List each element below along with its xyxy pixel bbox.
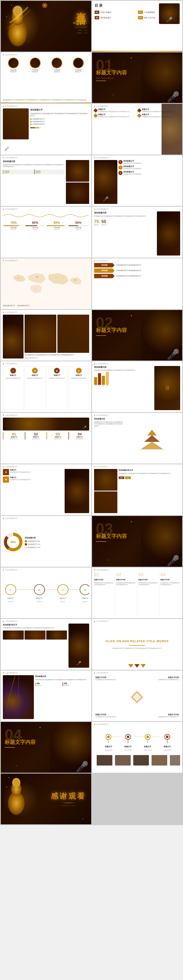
svg-rect-60 xyxy=(133,755,149,765)
mic-icon xyxy=(2,2,41,50)
svg-text:内容文字: 内容文字 xyxy=(60,601,66,602)
slide-16-header: 点击添加标题文字 xyxy=(96,363,109,364)
slide-18: 点击添加标题文字 添加标题内容 添加标题内容文字添加标题内容文字添加标题内容文字… xyxy=(92,413,183,464)
svg-text:内容文字: 内容文字 xyxy=(82,601,88,602)
svg-text:标题文字: 标题文字 xyxy=(163,746,170,748)
slide-9-header: 点击添加标题文字 xyxy=(5,208,18,210)
svg-text:60%: 60% xyxy=(11,541,16,544)
section-title-01: 标题文字内容 xyxy=(96,69,127,76)
svg-rect-61 xyxy=(151,755,167,765)
svg-text:内容文字内容: 内容文字内容 xyxy=(144,749,151,751)
slide-12-header: 点击添加标题文字 xyxy=(96,260,109,261)
slide-17: 点击添加标题文字 🎤 01 标题文字 添加内容文字 02 标题文字 添加内容文字 xyxy=(1,413,91,464)
slide-13: 点击添加标题文字 添加标题内容文字添加标题内容文字添加标题内容文字添加标题内容文… xyxy=(1,310,91,361)
svg-point-65 xyxy=(12,778,21,787)
svg-text:标题文字: 标题文字 xyxy=(104,746,112,748)
slide-2: 目录 01 年度工作概述 02 工作成绩情况 03 成功项目展示 04 明年工作… xyxy=(92,1,183,52)
slide-11-header: 点击添加标题文字 xyxy=(5,260,18,261)
slide-23-header: 点击添加标题文字 xyxy=(5,569,18,571)
slide-7: 点击添加标题文字 添加标题内容 添加标题内容文字添加标题内容文字添加标题内容文字… xyxy=(1,155,91,206)
slide-subtitle: 网络直播主持人 年度工作总结报告 汇报人：XXX 汇报部门：XXX xyxy=(73,21,87,35)
svg-text:02: 02 xyxy=(38,589,40,591)
svg-text:标题文字: 标题文字 xyxy=(124,746,132,748)
slide-5: 点击添加标题文字 🎤 添加标题文字 添加标题内容文字添加标题内容文字添加标题内容… xyxy=(1,104,91,154)
svg-rect-62 xyxy=(170,755,180,765)
slide-29: 🎤 04 标题文字内容 xyxy=(1,722,91,773)
click-title-text: CLICK ON ADD RELATED TITLE WORDS xyxy=(96,639,178,644)
svg-rect-58 xyxy=(97,755,112,765)
slide-1: 直播 网络直播主持人 年度工作总结报告 汇报人：XXX 汇报部门：XXX ★ xyxy=(1,1,91,52)
slide-16: 点击添加标题文字 添加标题内容 添加标题内容文字添加标题内容文字添加标题内容文字… xyxy=(92,361,183,412)
svg-point-42 xyxy=(146,736,149,738)
slide-3-header: 点击添加标题文字 xyxy=(5,54,18,56)
thanks-text: 感谢观看 xyxy=(51,791,86,801)
slide-17-header: 点击添加标题文字 xyxy=(5,415,18,416)
slide-8: 点击添加标题文字 🎤 1 添加标题文字 添加标题内容文字添加标题内容 2 xyxy=(92,155,183,206)
svg-text:03: 03 xyxy=(62,589,64,591)
svg-point-39 xyxy=(127,736,129,738)
slide-30-header: 点击添加标题文字 xyxy=(96,724,109,725)
svg-text:内容文字内容: 内容文字内容 xyxy=(163,749,171,751)
svg-point-9 xyxy=(55,277,57,278)
svg-point-7 xyxy=(17,277,19,279)
slide-20: 点击添加标题文字 添加标题内容文字 添加标题内容文字添加标题内容文字添加标题内容… xyxy=(92,464,183,515)
slide-10: 点击添加标题文字 添加标题内容 添加标题内容文字添加标题内容文字添加标题内容文字… xyxy=(92,207,183,258)
svg-text:内容文字: 内容文字 xyxy=(37,601,42,602)
slide-24: 点击添加标题文字 01 标题文字内容 添加标题内容文字添加标题内容文字添加标题内… xyxy=(92,568,183,619)
svg-text:内容文字内容: 内容文字内容 xyxy=(124,749,132,751)
svg-point-11 xyxy=(35,288,37,290)
svg-text:标题文字: 标题文字 xyxy=(36,597,42,599)
slide-31: 感谢观看 THANK YOU xyxy=(1,773,91,824)
slide-12: 点击添加标题文字 添加标题 添加标题内容文字添加标题内容文字 添加标题 添加标题… xyxy=(92,258,183,309)
svg-text:标题文字: 标题文字 xyxy=(59,597,66,599)
section-title-02: 标题文字内容 xyxy=(96,327,127,334)
toc-item-1: 01 年度工作概述 xyxy=(95,11,136,14)
svg-text:01: 01 xyxy=(10,589,12,591)
slide-28: 点击添加标题文字 标题文字内容 添加标题内容文字添加标题内容文字 标题文字内容 … xyxy=(92,671,183,721)
slide-19-header: 点击添加标题文字 xyxy=(5,466,18,468)
svg-text:内容文字内容: 内容文字内容 xyxy=(104,749,112,751)
svg-text:标题文字: 标题文字 xyxy=(144,746,151,748)
svg-point-2 xyxy=(13,6,22,16)
slide-26-header: 点击添加标题文字 xyxy=(96,620,109,622)
slide-18-header: 点击添加标题文字 xyxy=(96,415,109,416)
thanks-mic-icon xyxy=(2,775,36,822)
section-title-04: 标题文字内容 xyxy=(5,739,36,746)
slide-8-header: 点击添加标题文字 xyxy=(96,157,109,159)
slide-21: 点击添加标题文字 60% 添加标题内容 添加标题文字 60% xyxy=(1,516,91,567)
slide-24-header: 点击添加标题文字 xyxy=(96,569,109,571)
slide-15-header: 点击添加标题文字 xyxy=(5,363,18,364)
logo: ★ xyxy=(42,3,47,8)
slide-30: 点击添加标题文字 xyxy=(92,722,183,773)
slide-title-cn: 直播 xyxy=(74,5,87,10)
section-title-03: 标题文字内容 xyxy=(96,533,127,540)
slide-22: 🎤 03 标题文字内容 xyxy=(92,516,183,567)
slide-27-header: 点击添加标题文字 xyxy=(5,672,18,674)
slide-11: 点击添加标题文字 添加标题内容文字 添加标题内容文字 xyxy=(1,258,91,309)
svg-text:标题文字: 标题文字 xyxy=(82,597,88,599)
slide-20-header: 点击添加标题文字 xyxy=(96,466,109,468)
svg-point-10 xyxy=(74,279,76,281)
slide-15: 点击添加标题文字 ♪ 标题文字 添加内容文字添加内容文字 ★ 标题文字 添加内容… xyxy=(1,361,91,412)
svg-text:内容文字: 内容文字 xyxy=(8,601,13,602)
svg-point-36 xyxy=(107,736,109,738)
slide-25-header: 点击添加标题文字 xyxy=(5,620,18,622)
slide-7-header: 点击添加标题文字 xyxy=(5,157,18,159)
slide-4: 🎤 01 标题文字内容 Make Things Different xyxy=(92,52,183,103)
slide-9: 点击添加标题文字 75% 添加标题 内容文字 60% xyxy=(1,207,91,258)
slide-14: 🎤 02 标题文字内容 xyxy=(92,310,183,361)
slide-23: 点击添加标题文字 01 02 03 04 标题文字 标题文字 xyxy=(1,568,91,619)
slide-28-header: 点击添加标题文字 xyxy=(96,672,109,674)
slide-13-header: 点击添加标题文字 xyxy=(5,312,18,313)
svg-rect-59 xyxy=(115,755,130,765)
slide-25: 点击添加标题文字 添加标题内容文字 添加标题内容文字添加标题内容文字添加标题内容… xyxy=(1,619,91,670)
slide-21-header: 点击添加标题文字 xyxy=(5,517,18,519)
slide-grid: 直播 网络直播主持人 年度工作总结报告 汇报人：XXX 汇报部门：XXX ★ 目… xyxy=(0,0,183,825)
slide-19: 点击添加标题文字 ♦ 标题文字 添加标题内容文字添加标题内容文字 ★ 标题文字 … xyxy=(1,464,91,515)
slide-26: 点击添加标题文字 CLICK ON ADD RELATED TITLE WORD… xyxy=(92,619,183,670)
slide-5-header: 点击添加标题文字 xyxy=(5,105,18,107)
toc-item-3: 03 成功项目展示 xyxy=(95,16,136,19)
slide-3: 点击添加标题文字 添加标题内容文字 添加标题内容文字 添加标题内容文字 xyxy=(1,52,91,103)
svg-point-45 xyxy=(166,736,168,738)
slide-6-header: 点击添加标题文字 xyxy=(96,105,109,107)
